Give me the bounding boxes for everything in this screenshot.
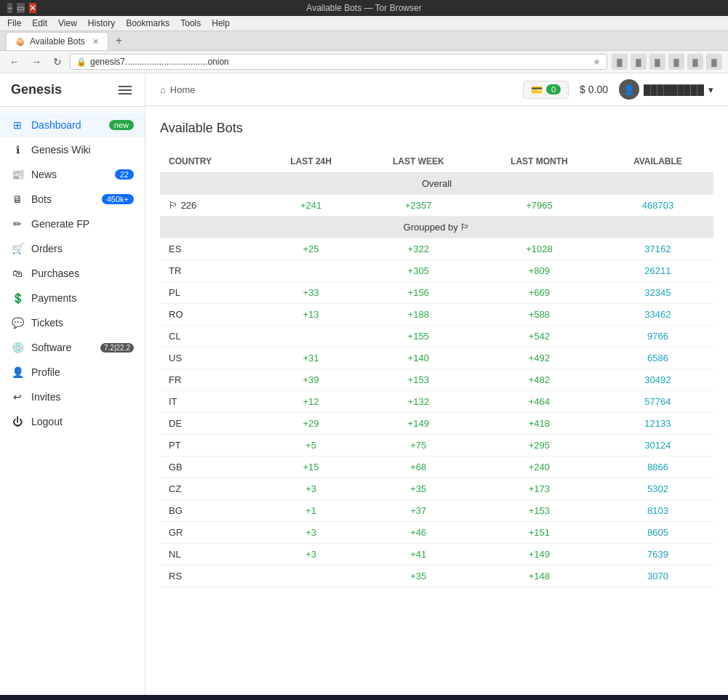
reload-button[interactable]: ↻	[49, 55, 65, 69]
browser-toolbar: ← → ↻ 🔒 genesis7........................…	[0, 51, 728, 73]
sidebar-item-software[interactable]: 💿 Software 7.2|22.2	[0, 335, 145, 360]
sidebar-item-payments[interactable]: 💲 Payments	[0, 286, 145, 310]
available-link[interactable]: 30492	[644, 374, 671, 385]
lastmonth-cell: +1028	[476, 238, 602, 260]
available-link[interactable]: 6586	[647, 353, 668, 363]
ext-btn-2[interactable]: ▓	[631, 54, 647, 70]
close-button[interactable]: ✕	[29, 3, 36, 13]
available-link[interactable]: 30124	[644, 440, 671, 451]
available-link[interactable]: 5302	[647, 483, 668, 494]
available-cell[interactable]: 8866	[602, 456, 713, 478]
available-link[interactable]: 7639	[647, 549, 668, 560]
available-cell[interactable]: 57764	[602, 391, 713, 413]
available-cell[interactable]: 26211	[602, 260, 713, 282]
lastweek-cell: +305	[361, 260, 476, 282]
available-cell[interactable]: 8605	[602, 522, 713, 544]
available-link[interactable]: 8866	[647, 462, 668, 472]
overall-available-link[interactable]: 468703	[642, 200, 673, 211]
available-link[interactable]: 37162	[644, 244, 671, 254]
sidebar: Genesis ⊞ Dashboard new ℹ Genesis Wiki 📰…	[0, 73, 145, 695]
available-cell[interactable]: 30124	[602, 435, 713, 456]
available-link[interactable]: 33462	[644, 309, 671, 320]
table-row: CL+155+5429766	[160, 326, 713, 347]
address-bar[interactable]: 🔒 genesis7..............................…	[70, 54, 607, 70]
available-link[interactable]: 26211	[644, 265, 671, 276]
sidebar-item-label: Genesis Wiki	[31, 144, 91, 156]
available-cell[interactable]: 37162	[602, 238, 713, 260]
table-body: Overall 🏳 226 +241 +2357 +7965 468703	[160, 173, 713, 587]
menu-tools[interactable]: Tools	[180, 18, 201, 28]
available-link[interactable]: 57764	[644, 396, 671, 407]
sidebar-item-invites[interactable]: ↩ Invites	[0, 385, 145, 409]
ext-btn-1[interactable]: ▓	[612, 54, 628, 70]
menu-history[interactable]: History	[88, 18, 115, 28]
hamburger-button[interactable]	[116, 84, 134, 97]
flag-icon: 🏳	[169, 200, 178, 211]
wallet-button[interactable]: 💳 0	[523, 81, 569, 99]
sidebar-item-bots[interactable]: 🖥 Bots 450k+	[0, 187, 145, 212]
lastweek-cell: +140	[361, 347, 476, 369]
sidebar-item-logout[interactable]: ⏻ Logout	[0, 409, 145, 434]
available-cell[interactable]: 5302	[602, 478, 713, 500]
bookmark-star[interactable]: ★	[593, 57, 601, 67]
overall-available[interactable]: 468703	[602, 195, 713, 217]
tab-close-button[interactable]: ✕	[92, 37, 99, 47]
maximize-button[interactable]: ▭	[17, 3, 25, 13]
lastweek-cell: +35	[361, 478, 476, 500]
available-link[interactable]: 3070	[647, 571, 668, 582]
available-cell[interactable]: 7639	[602, 544, 713, 566]
main-content: ⌂ Home 💳 0 $ 0.00 👤 █████████	[145, 73, 728, 695]
table-row: ES+25+322+102837162	[160, 238, 713, 260]
chevron-down-icon: ▾	[708, 84, 713, 95]
ext-btn-5[interactable]: ▓	[687, 54, 703, 70]
menu-file[interactable]: File	[7, 18, 21, 28]
available-cell[interactable]: 30492	[602, 369, 713, 391]
ext-btn-3[interactable]: ▓	[649, 54, 665, 70]
sidebar-item-purchases[interactable]: 🛍 Purchases	[0, 261, 145, 286]
table-row: GR+3+46+1518605	[160, 522, 713, 544]
tab-favicon: 🧅	[15, 37, 25, 47]
sidebar-item-genesis-wiki[interactable]: ℹ Genesis Wiki	[0, 137, 145, 162]
ext-btn-6[interactable]: ▓	[706, 54, 722, 70]
lastweek-cell: +37	[361, 500, 476, 522]
breadcrumb-home[interactable]: Home	[170, 84, 196, 95]
sidebar-item-news[interactable]: 📰 News 22	[0, 162, 145, 187]
minimize-button[interactable]: −	[7, 3, 12, 13]
country-cell: FR	[160, 369, 262, 391]
col-lastmonth: LAST MONTH	[476, 150, 602, 173]
sidebar-item-generate-fp[interactable]: ✏ Generate FP	[0, 212, 145, 236]
available-cell[interactable]: 32345	[602, 282, 713, 304]
col-lastweek: LAST WEEK	[361, 150, 476, 173]
lastmonth-cell: +240	[476, 456, 602, 478]
forward-button[interactable]: →	[28, 55, 45, 69]
sidebar-item-profile[interactable]: 👤 Profile	[0, 360, 145, 385]
user-menu-button[interactable]: 👤 █████████ ▾	[619, 79, 713, 100]
lastmonth-cell: +482	[476, 369, 602, 391]
sidebar-item-dashboard[interactable]: ⊞ Dashboard new	[0, 113, 145, 137]
available-cell[interactable]: 6586	[602, 347, 713, 369]
grouped-section-row: Groupped by 🏳	[160, 217, 713, 238]
available-link[interactable]: 8605	[647, 527, 668, 538]
available-link[interactable]: 32345	[644, 287, 671, 298]
available-cell[interactable]: 12133	[602, 413, 713, 435]
new-tab-button[interactable]: +	[110, 31, 128, 50]
available-cell[interactable]: 9766	[602, 326, 713, 347]
menu-edit[interactable]: Edit	[32, 18, 47, 28]
menu-help[interactable]: Help	[212, 18, 230, 28]
ext-btn-4[interactable]: ▓	[668, 54, 684, 70]
sidebar-item-orders[interactable]: 🛒 Orders	[0, 236, 145, 261]
menu-bookmarks[interactable]: Bookmarks	[126, 18, 169, 28]
sidebar-item-tickets[interactable]: 💬 Tickets	[0, 310, 145, 335]
dashboard-badge: new	[109, 120, 134, 130]
available-cell[interactable]: 33462	[602, 304, 713, 326]
country-cell: PL	[160, 282, 262, 304]
available-cell[interactable]: 3070	[602, 566, 713, 587]
available-cell[interactable]: 8103	[602, 500, 713, 522]
back-button[interactable]: ←	[6, 55, 23, 69]
available-link[interactable]: 9766	[647, 331, 668, 342]
sidebar-header: Genesis	[0, 73, 145, 107]
menu-view[interactable]: View	[58, 18, 77, 28]
available-link[interactable]: 12133	[644, 418, 671, 429]
active-tab[interactable]: 🧅 Available Bots ✕	[6, 32, 108, 50]
available-link[interactable]: 8103	[647, 505, 668, 516]
